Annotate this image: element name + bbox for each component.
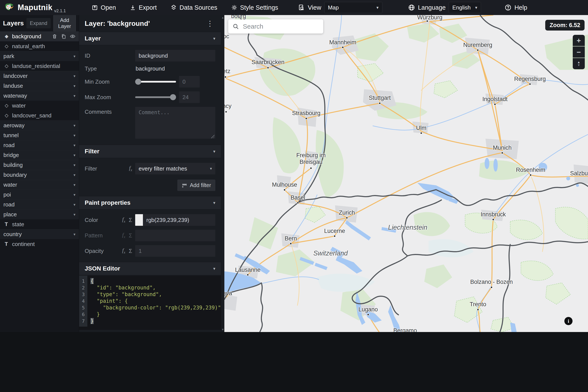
view-select[interactable]: Map ▾	[324, 2, 382, 13]
delete-layer-icon[interactable]	[52, 34, 57, 39]
data-sources-icon	[170, 4, 177, 11]
sidebar-item-road[interactable]: road▾	[0, 200, 79, 210]
menu-item-open[interactable]: Open	[92, 4, 116, 11]
function-icon[interactable]: fx	[129, 165, 132, 172]
sidebar-item-bridge[interactable]: bridge▾	[0, 150, 79, 160]
arrow-down-icon: ▼	[577, 64, 581, 66]
menu-item-export[interactable]: Export	[130, 4, 157, 11]
layer-name: country	[3, 231, 73, 238]
kebab-menu-icon[interactable]: ⋮	[205, 20, 215, 27]
min-zoom-field[interactable]	[179, 76, 200, 88]
toggle-visibility-icon[interactable]	[70, 34, 75, 39]
scroll-down-icon[interactable]: ▼	[221, 328, 224, 331]
sigma-icon[interactable]: Σ	[129, 217, 132, 224]
sidebar-item-water[interactable]: ◇water	[0, 101, 79, 110]
sidebar-item-background[interactable]: ◆background	[0, 32, 79, 41]
map-render	[224, 15, 588, 332]
attribution-info-button[interactable]: i	[564, 317, 573, 325]
language-select[interactable]: English ▾	[449, 2, 481, 13]
view-icon	[298, 4, 305, 11]
add-filter-icon	[182, 182, 187, 188]
section-header-json[interactable]: JSON Editor ▾	[79, 262, 221, 275]
layer-type-icon: ◇	[5, 63, 12, 69]
expand-button[interactable]: Expand	[26, 18, 51, 28]
sidebar-item-poi[interactable]: poi▾	[0, 190, 79, 200]
sidebar-item-waterway[interactable]: waterway▾	[0, 91, 79, 101]
maputnik-app: Maputnik v2.1.1 OpenExportData SourcesSt…	[0, 0, 588, 392]
zoom-out-button[interactable]: −	[573, 46, 585, 58]
sidebar-item-landcover[interactable]: landcover▾	[0, 71, 79, 81]
menu-item-label: Open	[101, 4, 116, 11]
type-label: Type	[85, 65, 135, 72]
editor-scrollbar[interactable]: ▲ ▼	[221, 15, 224, 332]
function-icon[interactable]: fx	[122, 247, 125, 254]
max-zoom-field[interactable]	[179, 92, 200, 103]
sidebar-item-continent[interactable]: Tcontinent	[0, 239, 79, 249]
comments-field[interactable]	[135, 107, 215, 139]
add-filter-button[interactable]: Add filter	[177, 180, 215, 191]
function-icon[interactable]: fx	[122, 216, 125, 224]
help-menu-item[interactable]: Help	[505, 4, 527, 11]
line-number: 7	[79, 318, 87, 324]
json-line-numbers: 1234567	[79, 276, 87, 327]
filter-combinator-select[interactable]: every filter matches ▾	[135, 163, 215, 174]
sidebar-item-landuse[interactable]: landuse▾	[0, 81, 79, 91]
opacity-label: Opacity	[85, 248, 115, 254]
tilt-button[interactable]: ▲ ▼	[573, 58, 585, 69]
opacity-field[interactable]	[135, 245, 215, 257]
sidebar-item-aeroway[interactable]: aeroway▾	[0, 120, 79, 130]
json-code-area[interactable]: { "id": "background", "type": "backgroun…	[87, 276, 221, 330]
layer-name: waterway	[3, 92, 73, 99]
sigma-icon[interactable]: Σ	[129, 232, 132, 239]
sidebar-item-building[interactable]: building▾	[0, 160, 79, 170]
min-zoom-slider[interactable]	[135, 76, 176, 88]
sidebar-item-landcover_sand[interactable]: ◇landcover_sand	[0, 110, 79, 120]
app-version: v2.1.1	[54, 8, 66, 15]
pattern-field[interactable]	[135, 230, 215, 241]
max-zoom-slider[interactable]	[135, 92, 176, 103]
layer-editor-header: Layer: 'background' ⋮	[79, 15, 221, 32]
menu-item-label: Style Settings	[240, 4, 278, 11]
layer-name: place	[3, 211, 73, 218]
section-header-paint[interactable]: Paint properties ▾	[79, 196, 221, 210]
sidebar-item-natural_earth[interactable]: ◇natural_earth	[0, 41, 79, 51]
section-title: Layer	[85, 35, 213, 42]
text-layer-icon: T	[5, 241, 12, 247]
section-header-layer[interactable]: Layer ▾	[79, 32, 221, 45]
menu-item-style-settings[interactable]: Style Settings	[231, 4, 278, 11]
function-icon[interactable]: fx	[122, 232, 125, 239]
menu-item-data-sources[interactable]: Data Sources	[170, 4, 217, 11]
sidebar-item-park[interactable]: park▾	[0, 51, 79, 61]
map-search[interactable]	[228, 19, 323, 34]
sidebar-item-road[interactable]: road▾	[0, 140, 79, 150]
chevron-down-icon: ▾	[73, 163, 75, 168]
line-number: 2	[79, 284, 87, 291]
sidebar-item-country[interactable]: country▾	[0, 229, 79, 239]
scroll-up-icon[interactable]: ▲	[221, 16, 224, 19]
sigma-icon[interactable]: Σ	[129, 248, 132, 254]
zoom-in-button[interactable]: +	[573, 35, 585, 46]
map-canvas[interactable]: bourgocetzncyevaWürzburgMannheimNurember…	[224, 15, 588, 332]
id-field[interactable]	[135, 50, 215, 62]
search-input[interactable]	[243, 23, 326, 30]
sidebar-item-landuse_residential[interactable]: ◇landuse_residential	[0, 61, 79, 71]
add-layer-button[interactable]: Add Layer	[53, 15, 76, 32]
chevron-down-icon: ▾	[73, 153, 75, 158]
duplicate-layer-icon[interactable]	[61, 34, 66, 39]
sidebar-item-place[interactable]: place▾	[0, 210, 79, 219]
json-code-line: "paint": {	[90, 298, 128, 304]
color-swatch[interactable]	[135, 214, 143, 226]
view-group: View Map ▾	[298, 2, 382, 13]
color-field[interactable]	[143, 214, 215, 226]
sidebar-item-tunnel[interactable]: tunnel▾	[0, 130, 79, 140]
color-label: Color	[85, 217, 115, 224]
sidebar-item-boundary[interactable]: boundary▾	[0, 170, 79, 180]
json-editor[interactable]: 1234567 { "id": "background", "type": "b…	[79, 276, 221, 330]
help-icon	[505, 4, 512, 11]
sidebar-item-water[interactable]: water▾	[0, 180, 79, 190]
sidebar-item-state[interactable]: Tstate	[0, 219, 79, 229]
min-zoom-label: Min Zoom	[85, 78, 135, 85]
zoom-level-badge: Zoom: 6.52	[545, 20, 585, 30]
section-header-filter[interactable]: Filter ▾	[79, 145, 221, 158]
add-filter-label: Add filter	[190, 182, 211, 188]
